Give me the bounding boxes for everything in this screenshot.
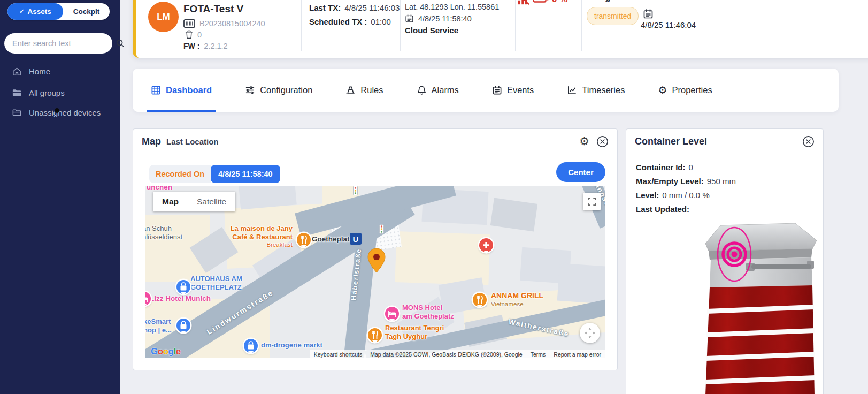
- sidebar-item-label: Home: [29, 67, 50, 76]
- container-close-icon[interactable]: [802, 135, 815, 148]
- status-time: 4/8/25 11:46:04: [641, 20, 696, 29]
- search-input[interactable]: [4, 39, 116, 48]
- map-attribution: Keyboard shortcuts Map data ©2025 COWI, …: [310, 350, 605, 358]
- scheduled-tx-row: Scheduled TX :01:00: [309, 17, 391, 26]
- tab-alarms[interactable]: Alarms: [412, 69, 463, 112]
- poi-schuh-schluesseldienst[interactable]: an Schuh hlüsseldienst: [145, 224, 182, 241]
- recorded-on-chip: Recorded On 4/8/25 11:58:40: [149, 165, 280, 183]
- poi-autohaus[interactable]: AUTOHAUS AM GOETHEPLATZ: [190, 275, 242, 291]
- tab-rules[interactable]: Rules: [341, 69, 387, 112]
- search-icon[interactable]: [116, 39, 125, 48]
- fullscreen-button[interactable]: [583, 193, 601, 210]
- battery-icon: [533, 0, 549, 3]
- recorded-on-value: 4/8/25 11:58:40: [211, 165, 280, 183]
- map-subtitle: Last Location: [166, 137, 219, 146]
- restaurant-pin[interactable]: [297, 233, 311, 247]
- last-tx-row: Last TX:4/8/25 11:46:03: [309, 3, 400, 12]
- poi-mons-hotel[interactable]: MONS Hotel am Goetheplatz: [402, 304, 454, 320]
- avatar: LM: [148, 2, 179, 32]
- device-location-marker[interactable]: [367, 248, 386, 274]
- sidebar: ✓ Assets Cockpit Home All groups Unassig…: [0, 0, 120, 394]
- coords-text: Lat. 48.1293 Lon. 11.55861: [405, 3, 499, 11]
- device-fw-row: FW : 2.2.1.2: [183, 42, 228, 50]
- keyboard-shortcuts-link[interactable]: Keyboard shortcuts: [314, 351, 362, 358]
- tab-label: Properties: [672, 85, 712, 95]
- last-tx-label: Last TX:: [309, 3, 341, 12]
- view-toggle: ✓ Assets Cockpit: [7, 3, 110, 20]
- tab-label: Configuration: [260, 85, 312, 95]
- level-row: Level:0 mm / 0.0 %: [636, 191, 813, 200]
- device-serial-row: B20230815004240: [183, 19, 265, 28]
- shopping-pin[interactable]: [244, 339, 258, 353]
- clipped-text-fragment: g: [605, 0, 610, 3]
- tab-timeseries[interactable]: Timeseries: [563, 69, 629, 112]
- max-empty-level-row: Max/Empty Level:950 mm: [636, 177, 813, 186]
- poi-kesmart[interactable]: keSmart hop | e...: [145, 317, 172, 334]
- map-title: Map: [142, 136, 161, 147]
- sidebar-item-label: All groups: [29, 88, 65, 97]
- map-data-text: Map data ©2025 COWI, GeoBasis-DE/BKG (©2…: [370, 351, 523, 358]
- map-canvas[interactable]: Lindwurmstraße Häberlstraße Waltherstraß…: [145, 186, 605, 358]
- container-title: Container Level: [635, 136, 707, 147]
- maptype-map-button[interactable]: Map: [153, 192, 188, 211]
- tab-events[interactable]: Events: [488, 69, 538, 112]
- restaurant-pin[interactable]: [473, 293, 487, 307]
- barcode-icon: [183, 19, 195, 28]
- maptype-satellite-button[interactable]: Satellite: [188, 192, 235, 211]
- poi-la-maison[interactable]: La maison de Jany Café & Restaurant Brea…: [228, 224, 293, 249]
- center-button[interactable]: Center: [556, 162, 605, 182]
- map-settings-gear-icon[interactable]: ⚙: [579, 136, 589, 147]
- traffic-light-icon: [353, 186, 358, 195]
- tab-label: Rules: [360, 85, 383, 95]
- battery-percent: 0 %: [552, 0, 567, 5]
- ubahn-icon[interactable]: U: [350, 233, 362, 245]
- hospital-pin[interactable]: [479, 238, 493, 252]
- poi-muenchen-fragment[interactable]: ünchen: [147, 186, 172, 192]
- map-card-header: Map Last Location ⚙: [133, 129, 617, 154]
- no-signal-icon: [517, 0, 530, 5]
- tab-properties[interactable]: ⚙ Properties: [654, 69, 716, 112]
- tab-dashboard[interactable]: Dashboard: [147, 69, 216, 112]
- divider: [400, 0, 401, 51]
- tab-label: Events: [507, 85, 534, 95]
- home-icon: [12, 66, 22, 77]
- coords-time-row: 4/8/25 11:58:40: [405, 14, 472, 23]
- traffic-light-icon: [379, 224, 384, 234]
- poi-dm-drogerie[interactable]: dm-drogerie markt: [261, 341, 322, 350]
- tab-configuration[interactable]: Configuration: [241, 69, 317, 112]
- hotel-pin[interactable]: [385, 307, 399, 321]
- divider: [301, 0, 302, 51]
- hotel-pin[interactable]: [145, 292, 151, 306]
- sidebar-item-unassigned-devices[interactable]: Unassigned devices: [0, 104, 120, 120]
- scheduled-tx-value: 01:00: [371, 17, 391, 26]
- gear-icon: ⚙: [658, 85, 667, 95]
- pan-control[interactable]: [580, 323, 600, 343]
- poi-lizz-hotel[interactable]: Lizz Hotel Munich: [150, 294, 211, 303]
- map-close-icon[interactable]: [596, 135, 609, 148]
- shopping-pin[interactable]: [176, 319, 190, 332]
- scheduled-tx-label: Scheduled TX :: [309, 17, 367, 26]
- poi-tengri-tagh[interactable]: Restaurant Tengri Tagh Uyghur: [385, 324, 444, 340]
- terms-link[interactable]: Terms: [531, 351, 546, 358]
- fw-value: 2.2.1.2: [204, 42, 227, 50]
- google-logo[interactable]: Google: [151, 346, 181, 357]
- trash-icon: [185, 30, 193, 39]
- divider: [515, 0, 516, 51]
- poi-annam-grill[interactable]: ANNAM GRILL Vietnamese: [491, 292, 543, 308]
- poi-goetheplatz[interactable]: Goetheplatz: [312, 235, 353, 244]
- assets-toggle-button[interactable]: ✓ Assets: [7, 3, 63, 20]
- cockpit-toggle-button[interactable]: Cockpit: [63, 3, 110, 20]
- report-map-error-link[interactable]: Report a map error: [554, 351, 601, 358]
- maptype-control: Map Satellite: [153, 192, 235, 211]
- device-serial: B20230815004240: [199, 19, 265, 28]
- restaurant-pin[interactable]: [368, 328, 382, 342]
- shopping-pin[interactable]: [176, 280, 190, 294]
- sliders-icon: [245, 85, 255, 95]
- container-level-card: Container Level Container Id:0 Max/Empty…: [626, 128, 824, 394]
- folder-open-icon: [12, 108, 22, 118]
- sidebar-item-all-groups[interactable]: All groups: [0, 85, 120, 101]
- map-area: [395, 231, 490, 285]
- device-tabs: Dashboard Configuration Rules Alarms Eve…: [133, 69, 839, 112]
- sidebar-item-home[interactable]: Home: [0, 63, 120, 79]
- assets-label: Assets: [27, 7, 51, 16]
